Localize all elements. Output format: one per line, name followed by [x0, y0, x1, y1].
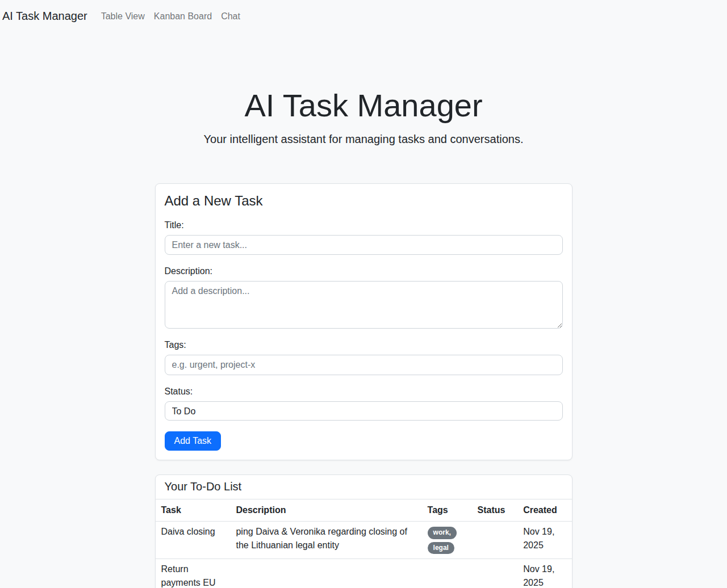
navbar: AI Task Manager Table View Kanban Board …	[0, 0, 727, 32]
column-header-task: Task	[156, 499, 231, 522]
task-cell: Daiva closing	[156, 521, 231, 558]
todo-list-heading: Your To-Do List	[156, 475, 572, 499]
description-label: Description:	[165, 266, 563, 276]
status-label: Status:	[165, 387, 563, 397]
main-content: Add a New Task Title: Description: Tags:…	[0, 183, 727, 588]
add-task-heading: Add a New Task	[165, 193, 563, 209]
tags-cell: work, legal	[422, 521, 472, 558]
table-row: Daiva closing ping Daiva & Veronika rega…	[156, 521, 572, 558]
column-header-status: Status	[472, 499, 518, 522]
table-row: Return payments EU Nov 19, 2025	[156, 559, 572, 588]
status-cell	[472, 559, 518, 588]
created-cell: Nov 19, 2025	[517, 521, 571, 558]
page-subtitle: Your intelligent assistant for managing …	[0, 133, 727, 146]
description-field-group: Description:	[165, 266, 563, 329]
column-header-description: Description	[230, 499, 421, 522]
description-cell	[230, 559, 421, 588]
nav-link-table-view[interactable]: Table View	[97, 7, 149, 26]
hero: AI Task Manager Your intelligent assista…	[0, 32, 727, 183]
description-textarea[interactable]	[165, 281, 563, 329]
nav-link-chat[interactable]: Chat	[216, 7, 245, 26]
description-cell: ping Daiva & Veronika regarding closing …	[230, 521, 421, 558]
title-label: Title:	[165, 220, 563, 230]
tags-cell	[422, 559, 472, 588]
tag-badge: legal	[428, 542, 454, 555]
todo-table-header-row: Task Description Tags Status Created	[156, 499, 572, 522]
column-header-tags: Tags	[422, 499, 472, 522]
status-cell	[472, 521, 518, 558]
page-title: AI Task Manager	[0, 89, 727, 123]
add-task-card: Add a New Task Title: Description: Tags:…	[155, 183, 573, 460]
tag-badge: work,	[428, 527, 457, 539]
task-cell: Return payments EU	[156, 559, 231, 588]
status-field-group: Status: To Do	[165, 387, 563, 421]
tags-input[interactable]	[165, 355, 563, 375]
add-task-button[interactable]: Add Task	[165, 431, 222, 451]
todo-list-card: Your To-Do List Task Description Tags St…	[155, 474, 573, 588]
navbar-brand[interactable]: AI Task Manager	[2, 10, 87, 23]
column-header-created: Created	[517, 499, 571, 522]
todo-table: Task Description Tags Status Created Dai…	[156, 499, 572, 588]
tags-field-group: Tags:	[165, 340, 563, 375]
title-field-group: Title:	[165, 220, 563, 255]
created-cell: Nov 19, 2025	[517, 559, 571, 588]
status-select[interactable]: To Do	[165, 401, 563, 421]
nav-link-kanban-board[interactable]: Kanban Board	[149, 7, 216, 26]
title-input[interactable]	[165, 235, 563, 255]
tags-label: Tags:	[165, 340, 563, 350]
